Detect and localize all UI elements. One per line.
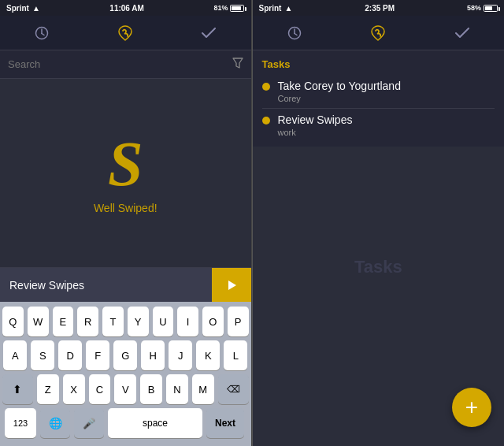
keyboard-bottom-bar: 123 🌐 🎤 space Next [2,408,249,443]
task-item-1[interactable]: Take Corey to Yogurtland Corey [262,75,495,109]
key-x[interactable]: X [63,374,85,404]
key-s[interactable]: S [31,340,54,370]
fab-add-button[interactable]: + [452,388,491,427]
next-key[interactable]: Next [206,408,244,438]
right-phone: Sprint ▲ 2:35 PM 58% [253,0,505,446]
logo-s: S [108,132,143,195]
key-p[interactable]: P [228,307,249,336]
key-u[interactable]: U [153,307,174,336]
task-dot-2 [262,117,270,125]
key-r[interactable]: R [77,307,98,336]
svg-line-7 [295,33,297,35]
task-subtitle-2: work [278,128,353,137]
mic-key[interactable]: 🎤 [74,408,104,438]
left-status-left: Sprint ▲ [6,4,40,13]
well-swiped-text: Well Swiped! [94,202,158,214]
key-n[interactable]: N [166,374,188,404]
key-f[interactable]: F [86,340,109,370]
shift-key[interactable]: ⬆ [2,374,33,404]
left-phone: Sprint ▲ 11:06 AM 81% [0,0,252,446]
delete-key[interactable]: ⌫ [218,374,249,404]
key-a[interactable]: A [3,340,27,370]
left-carrier: Sprint [6,4,29,13]
left-search-input[interactable] [8,58,226,70]
numbers-key[interactable]: 123 [5,408,36,438]
right-status-bar: Sprint ▲ 2:35 PM 58% [253,0,505,16]
key-t[interactable]: T [102,307,124,336]
globe-key[interactable]: 🌐 [40,408,70,438]
task-item-2[interactable]: Review Swipes work [262,109,495,142]
task-input-row [0,267,251,302]
right-toolbar-check[interactable] [445,16,480,50]
left-battery-icon [230,5,244,12]
svg-line-2 [42,33,44,35]
key-g[interactable]: G [113,340,137,370]
right-toolbar-clock[interactable] [277,16,312,50]
tasks-section-label: Tasks [262,58,495,70]
left-toolbar-check[interactable] [191,16,226,50]
fab-container: + [253,388,505,446]
keyboard-row-2: A S D F G H J K L [2,340,249,370]
key-o[interactable]: O [202,307,224,336]
keyboard-row-3: ⬆ Z X C V B N M ⌫ [2,374,249,404]
key-h[interactable]: H [141,340,165,370]
key-e[interactable]: E [53,307,74,336]
right-battery-pct: 58% [467,4,481,12]
task-dot-1 [262,83,270,91]
fab-plus-icon: + [465,396,478,418]
keyboard: Q W E R T Y U I O P A S D F G H J K L ⬆ … [0,302,251,446]
left-time: 11:06 AM [109,4,144,13]
tasks-placeholder: Tasks [253,147,505,388]
key-b[interactable]: B [140,374,162,404]
key-j[interactable]: J [169,340,192,370]
right-toolbar-swipe[interactable] [361,16,395,50]
task-submit-button[interactable] [212,268,251,303]
task-text-input[interactable] [0,268,212,302]
key-k[interactable]: K [196,340,220,370]
key-y[interactable]: Y [128,307,149,336]
key-m[interactable]: M [192,374,214,404]
right-time: 2:35 PM [365,4,395,13]
keyboard-row-1: Q W E R T Y U I O P [2,307,249,336]
left-toolbar-swipe[interactable] [108,16,143,50]
left-status-bar: Sprint ▲ 11:06 AM 81% [0,0,251,16]
svg-marker-3 [233,58,243,68]
key-i[interactable]: I [177,307,198,336]
task-title-2: Review Swipes [278,113,353,126]
left-toolbar [0,16,251,50]
key-q[interactable]: Q [2,307,24,336]
right-toolbar [253,16,505,50]
key-z[interactable]: Z [37,374,59,404]
left-battery-pct: 81% [213,4,228,12]
key-w[interactable]: W [28,307,49,336]
key-l[interactable]: L [224,340,247,370]
filter-icon[interactable] [232,58,243,71]
space-key[interactable]: space [108,408,202,438]
left-status-right: 81% [213,4,244,12]
task-content-2: Review Swipes work [278,113,353,137]
task-title-1: Take Corey to Yogurtland [278,80,401,92]
svg-marker-4 [228,281,236,290]
right-status-right: 58% [467,4,498,12]
left-search-bar [0,50,251,79]
task-content-1: Take Corey to Yogurtland Corey [278,80,401,103]
right-wifi-icon: ▲ [284,4,292,13]
right-battery-icon [484,5,498,12]
key-v[interactable]: V [114,374,136,404]
right-status-left: Sprint ▲ [259,4,293,13]
tasks-placeholder-text: Tasks [354,257,402,277]
task-subtitle-1: Corey [278,94,401,103]
logo-area: S Well Swiped! [0,79,251,267]
key-c[interactable]: C [89,374,111,404]
key-d[interactable]: D [58,340,82,370]
right-carrier: Sprint [259,4,282,13]
left-toolbar-clock[interactable] [24,16,59,50]
left-wifi-icon: ▲ [32,4,40,13]
tasks-section: Tasks Take Corey to Yogurtland Corey Rev… [253,50,505,147]
